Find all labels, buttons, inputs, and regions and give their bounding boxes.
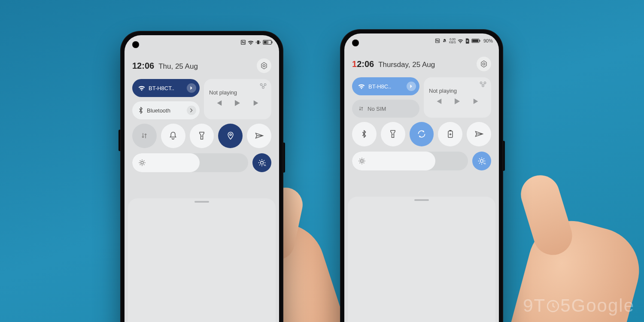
wifi-icon (138, 85, 145, 91)
wifi-tile[interactable]: BT-H8CT.. (132, 79, 200, 97)
battery-icon: 61 (263, 39, 273, 45)
screen-right: 0.00KB/S 90% 12:06 Thursday, 25 Aug (344, 33, 499, 322)
screen-left: 61 12:06 Thu, 25 Aug BT-H8CT.. (125, 35, 279, 322)
svg-rect-17 (472, 39, 478, 42)
brightness-icon (138, 159, 146, 167)
svg-point-13 (261, 161, 264, 164)
notification-panel[interactable]: NO NOTIFICATIONS (128, 198, 276, 322)
settings-button[interactable] (257, 58, 271, 73)
bluetooth-tile-label: Bluetooth (147, 107, 170, 114)
mobile-data-toggle[interactable] (132, 124, 157, 148)
svg-marker-19 (481, 61, 486, 67)
quick-settings-row (352, 122, 491, 146)
net-speed: 0.00KB/S (449, 38, 456, 44)
silent-icon (442, 38, 447, 44)
svg-rect-4 (272, 41, 273, 43)
battery-saver-toggle[interactable] (438, 122, 462, 146)
media-player-tile[interactable]: Not playing (424, 77, 491, 118)
clock-time[interactable]: 12:06 (352, 59, 374, 69)
media-play-button[interactable] (235, 100, 240, 106)
brightness-icon (358, 157, 366, 165)
clock-date[interactable]: Thursday, 25 Aug (378, 61, 435, 69)
bluetooth-icon (138, 107, 143, 114)
flashlight-toggle[interactable] (381, 122, 405, 146)
clock-time[interactable]: 12:06 (132, 61, 154, 71)
brightness-slider[interactable] (132, 153, 248, 172)
svg-point-23 (482, 85, 484, 87)
media-next-button[interactable] (253, 100, 260, 106)
battery-percent: 90% (483, 38, 493, 43)
media-status-label: Not playing (429, 88, 486, 94)
media-player-tile[interactable]: Not playing (204, 79, 271, 119)
qs-header: 12:06 Thursday, 25 Aug (352, 57, 491, 71)
quick-settings-row (132, 124, 271, 148)
media-prev-button[interactable] (435, 98, 442, 104)
wifi-icon (358, 83, 365, 89)
wifi-icon (458, 39, 463, 43)
settings-button[interactable] (477, 57, 491, 71)
wifi-tile[interactable]: BT-H8C.. (352, 77, 419, 95)
vibrate-icon (255, 39, 261, 45)
svg-point-20 (483, 63, 485, 65)
mobile-data-tile[interactable]: No SIM (352, 100, 419, 118)
camera-punch-hole (132, 41, 139, 48)
nfc-icon (435, 38, 440, 43)
data-icon (358, 105, 364, 112)
phone-left: 61 12:06 Thu, 25 Aug BT-H8CT.. (120, 31, 283, 322)
wifi-tile-label: BT-H8C.. (368, 83, 391, 90)
drag-handle[interactable] (414, 199, 429, 201)
wifi-tile-label: BT-H8CT.. (149, 85, 174, 91)
cast-icon[interactable] (259, 82, 267, 89)
location-toggle[interactable] (218, 124, 243, 148)
svg-point-10 (262, 87, 264, 89)
auto-rotate-toggle[interactable] (410, 122, 434, 146)
watermark: 9T5Google (523, 295, 635, 316)
wifi-icon (248, 40, 254, 45)
qs-header: 12:06 Thu, 25 Aug (132, 58, 271, 73)
svg-point-11 (230, 134, 231, 136)
nfc-icon (240, 39, 246, 45)
bluetooth-tile[interactable]: Bluetooth (132, 101, 200, 119)
svg-point-7 (263, 64, 265, 67)
chevron-right-icon[interactable] (187, 106, 196, 115)
auto-brightness-toggle[interactable]: A (252, 153, 271, 172)
notification-panel[interactable]: NO NOTIFICATIONS (348, 197, 495, 322)
media-status-label: Not playing (209, 89, 266, 96)
svg-marker-6 (261, 63, 267, 69)
media-play-button[interactable] (455, 98, 460, 104)
flashlight-toggle[interactable] (190, 124, 214, 148)
airplane-toggle[interactable] (467, 122, 491, 146)
svg-text:61: 61 (266, 41, 270, 44)
dnd-toggle[interactable] (161, 124, 185, 148)
auto-brightness-toggle[interactable]: A (472, 152, 491, 170)
battery-icon (471, 38, 481, 43)
status-bar: 61 (240, 39, 273, 45)
media-next-button[interactable] (473, 98, 480, 104)
brightness-slider[interactable] (352, 152, 468, 170)
phone-right: 0.00KB/S 90% 12:06 Thursday, 25 Aug (340, 29, 503, 322)
drag-handle[interactable] (194, 201, 209, 203)
cast-icon[interactable] (479, 81, 487, 88)
svg-point-12 (141, 161, 143, 164)
chevron-right-icon[interactable] (407, 82, 416, 91)
clock-date[interactable]: Thu, 25 Aug (158, 62, 198, 71)
svg-rect-1 (257, 40, 259, 44)
bluetooth-toggle[interactable] (352, 122, 377, 146)
sim-tile-label: No SIM (368, 106, 386, 112)
media-prev-button[interactable] (216, 100, 222, 106)
svg-rect-18 (480, 40, 480, 42)
svg-point-26 (480, 159, 483, 162)
svg-text:A: A (484, 162, 486, 165)
status-bar: 0.00KB/S 90% (435, 38, 493, 44)
no-sim-icon (465, 38, 470, 44)
camera-punch-hole (352, 39, 359, 46)
airplane-toggle[interactable] (247, 124, 271, 148)
svg-point-25 (361, 160, 363, 162)
chevron-right-icon[interactable] (187, 83, 196, 93)
svg-text:A: A (264, 164, 266, 167)
